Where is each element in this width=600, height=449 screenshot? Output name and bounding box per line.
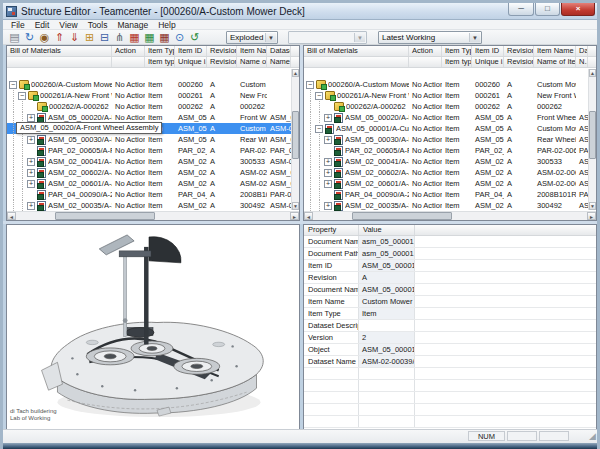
scroll-left-arrow[interactable]: ◄ <box>304 212 313 220</box>
scroll-left-arrow[interactable]: ◄ <box>7 212 16 220</box>
chevron-down-icon[interactable]: ▼ <box>469 33 480 42</box>
bom-row[interactable]: −000260/A-Custom Mower ...No ActionItem0… <box>7 79 299 90</box>
column-header-revision[interactable]: Revision <box>504 46 534 56</box>
column-header-item-id[interactable]: Item ID <box>472 46 504 56</box>
revision-rule-combo[interactable]: Latest Working ▼ <box>378 31 482 44</box>
column-header-bill-of-materials[interactable]: Bill of Materials <box>7 46 112 56</box>
cad-model-mower-deck[interactable] <box>7 225 300 432</box>
scroll-down-arrow[interactable]: ▼ <box>292 202 299 210</box>
scroll-thumb[interactable] <box>589 111 596 159</box>
expand-icon[interactable]: + <box>324 202 332 210</box>
menu-edit[interactable]: Edit <box>30 20 55 30</box>
scroll-down-arrow[interactable]: ▼ <box>589 202 596 210</box>
resize-grip[interactable]: ◢ <box>585 431 596 442</box>
bom-row[interactable]: PAR_02_00605/A-PA...No ActionItemPAR_02_… <box>304 145 596 156</box>
table-add-icon[interactable]: ▦ <box>142 31 157 45</box>
column-header-action[interactable]: Action <box>112 46 145 56</box>
title-bar[interactable]: Structure Editor - Teamcenter - [000260/… <box>3 3 597 20</box>
expand-icon[interactable]: + <box>27 180 35 188</box>
bom-row[interactable]: +ASM_02_00601/A-AS...No ActionItemASM_02… <box>7 178 299 189</box>
bom-row[interactable]: +ASM_02_00035/A-30...No ActionItemASM_02… <box>7 200 299 211</box>
expand-icon[interactable]: + <box>324 136 332 144</box>
bom-row[interactable]: +ASM_05_00020/A-Fro...No ActionItemASM_0… <box>304 112 596 123</box>
scroll-right-arrow[interactable]: ► <box>587 212 596 220</box>
bom-row[interactable]: 000262/A-000262No ActionItem000262A00026… <box>304 101 596 112</box>
table-merge-icon[interactable]: ▦ <box>157 31 172 45</box>
print-icon[interactable]: ▤ <box>7 31 22 45</box>
bom-row[interactable]: +ASM_02_00035/A-30...No ActionItemASM_02… <box>304 200 596 211</box>
collapse-icon[interactable]: − <box>9 81 17 89</box>
column-header-item-id[interactable]: Item ID <box>175 46 207 56</box>
bom-row[interactable]: −000261/A-New Front W...No ActionItem000… <box>7 90 299 101</box>
column-header-item-name[interactable]: Item Name <box>534 46 576 56</box>
menu-manage[interactable]: Manage <box>112 20 153 30</box>
expand-icon[interactable]: + <box>27 169 35 177</box>
refresh-icon[interactable]: ↻ <box>22 31 37 45</box>
column-header-revision[interactable]: Revision <box>207 46 237 56</box>
close-button[interactable]: × <box>561 3 595 16</box>
bom-row[interactable]: −000261/A-New Front W...No ActionItem000… <box>304 90 596 101</box>
search-icon[interactable]: ⊙ <box>172 31 187 45</box>
refresh-view-icon[interactable]: ↺ <box>187 31 202 45</box>
menu-file[interactable]: File <box>6 20 30 30</box>
scroll-up-arrow[interactable]: ▲ <box>292 69 299 77</box>
bom-row[interactable]: 000262/A-000262No ActionItem000262A00026… <box>7 101 299 112</box>
copy-icon[interactable]: ⊞ <box>82 31 97 45</box>
scroll-right-arrow[interactable]: ► <box>290 212 299 220</box>
value-column-header[interactable]: Value <box>359 225 415 235</box>
expand-icon[interactable]: + <box>324 114 332 122</box>
scroll-thumb[interactable] <box>55 212 155 220</box>
maximize-button[interactable]: □ <box>535 3 560 16</box>
column-header-item-na-[interactable]: Item Na... <box>237 46 267 56</box>
scroll-thumb[interactable] <box>352 212 452 220</box>
bom-row[interactable]: PAR_04_00090/A-200...No ActionItemPAR_04… <box>304 189 596 200</box>
horizontal-scrollbar[interactable]: ◄► <box>304 211 596 220</box>
chevron-down-icon[interactable]: ▼ <box>265 33 276 42</box>
chevron-down-icon[interactable]: ▼ <box>354 33 365 42</box>
expand-icon[interactable]: + <box>324 169 332 177</box>
bom-row[interactable]: +ASM_02_00601/A-AS...No ActionItemASM_02… <box>304 178 596 189</box>
expand-icon[interactable]: + <box>324 158 332 166</box>
send-down-icon[interactable]: ⇓ <box>67 31 82 45</box>
bom-row[interactable]: +ASM_05_00030/A-Re...No ActionItemASM_05… <box>304 134 596 145</box>
expand-icon[interactable]: + <box>27 136 35 144</box>
expand-icon[interactable]: + <box>27 114 35 122</box>
bom-row[interactable]: +ASM_05_00030/A-Re...No ActionItemASM_05… <box>7 134 299 145</box>
property-column-header[interactable]: Property <box>304 225 359 235</box>
bom-row[interactable]: −ASM_05_00001/A-Custo...No ActionItemASM… <box>304 123 596 134</box>
column-header-action[interactable]: Action <box>409 46 442 56</box>
column-header-da-[interactable]: Da... <box>576 46 588 56</box>
column-header-item-type[interactable]: Item Type <box>145 46 175 56</box>
column-header-item-type[interactable]: Item Type <box>442 46 472 56</box>
send-up-icon[interactable]: ⇑ <box>52 31 67 45</box>
table-remove-icon[interactable]: ▦ <box>127 31 142 45</box>
collapse-icon[interactable]: − <box>315 125 323 133</box>
collapse-icon[interactable]: − <box>315 92 323 100</box>
secondary-combo[interactable]: ▼ <box>288 31 367 44</box>
hierarchy-icon[interactable]: ⋔ <box>112 31 127 45</box>
bom-row[interactable]: PAR_04_00090/A-200...No ActionItemPAR_04… <box>7 189 299 200</box>
column-header-bill-of-materials[interactable]: Bill of Materials <box>304 46 409 56</box>
bom-row[interactable]: +ASM_02_00041/A-30...No ActionItemASM_02… <box>304 156 596 167</box>
minimize-button[interactable]: ─ <box>508 3 534 16</box>
scroll-up-arrow[interactable]: ▲ <box>589 69 596 77</box>
vertical-scrollbar[interactable]: ▲▼ <box>291 69 299 210</box>
bom-row[interactable]: +ASM_02_00041/A-30...No ActionItemASM_02… <box>7 156 299 167</box>
expand-icon[interactable]: + <box>27 202 35 210</box>
horizontal-scrollbar[interactable]: ◄► <box>7 211 299 220</box>
menu-view[interactable]: View <box>54 20 82 30</box>
bom-row[interactable]: +ASM_02_00602/A-AS...No ActionItemASM_02… <box>304 167 596 178</box>
paste-icon[interactable]: ⊟ <box>97 31 112 45</box>
collapse-icon[interactable]: − <box>18 92 26 100</box>
bom-row[interactable]: +ASM_02_00602/A-AS...No ActionItemASM_02… <box>7 167 299 178</box>
bom-row[interactable]: −000260/A-Custom Mower ...No ActionItem0… <box>304 79 596 90</box>
find-in-display-icon[interactable]: ◉ <box>37 31 52 45</box>
bom-row[interactable]: PAR_02_00605/A-PA...No ActionItemPAR_02_… <box>7 145 299 156</box>
expand-icon[interactable]: + <box>27 158 35 166</box>
vertical-scrollbar[interactable]: ▲▼ <box>588 69 596 210</box>
expand-icon[interactable]: + <box>324 180 332 188</box>
view-mode-combo[interactable]: Exploded ▼ <box>226 31 278 44</box>
scroll-thumb[interactable] <box>292 111 299 159</box>
menu-tools[interactable]: Tools <box>83 20 113 30</box>
collapse-icon[interactable]: − <box>306 81 314 89</box>
